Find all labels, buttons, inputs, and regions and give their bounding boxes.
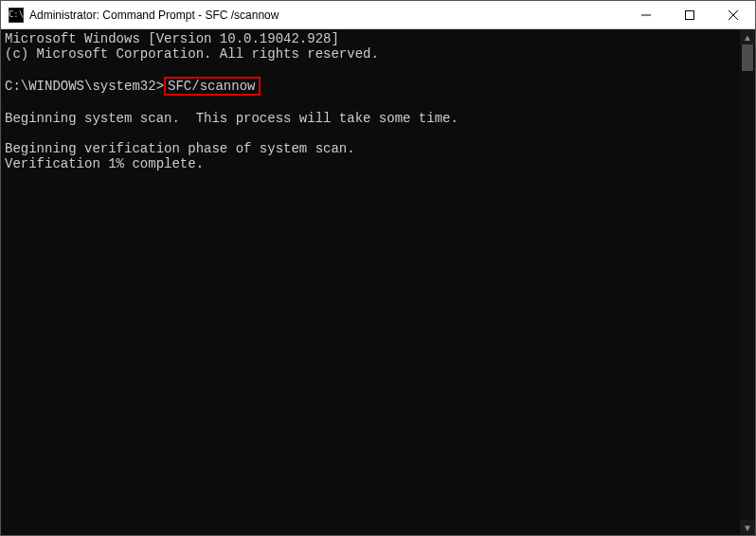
app-cmd-icon: C:\: [9, 8, 24, 23]
client-area: Microsoft Windows [Version 10.0.19042.92…: [1, 29, 755, 535]
console-output[interactable]: Microsoft Windows [Version 10.0.19042.92…: [1, 29, 740, 535]
scroll-down-icon[interactable]: ▼: [740, 520, 755, 535]
window-title: Administrator: Command Prompt - SFC /sca…: [29, 9, 624, 22]
svg-rect-1: [686, 10, 694, 19]
console-line: (c) Microsoft Corporation. All rights re…: [5, 46, 379, 62]
console-line: Beginning system scan. This process will…: [5, 111, 459, 126]
typed-command: SFC/scannow: [168, 79, 255, 94]
console-prompt: C:\WINDOWS\system32>: [5, 79, 164, 94]
minimize-icon: [641, 10, 651, 20]
vertical-scrollbar[interactable]: ▲ ▼: [740, 29, 755, 535]
command-highlight: SFC/scannow: [164, 77, 261, 96]
scroll-thumb[interactable]: [742, 45, 753, 71]
maximize-button[interactable]: [668, 1, 711, 28]
close-icon: [729, 10, 738, 20]
scroll-track[interactable]: [740, 45, 755, 520]
minimize-button[interactable]: [624, 1, 668, 28]
console-line: Verification 1% complete.: [5, 156, 204, 171]
scroll-up-icon[interactable]: ▲: [740, 29, 755, 45]
window-controls: [624, 1, 755, 28]
console-line: Beginning verification phase of system s…: [5, 141, 355, 156]
titlebar[interactable]: C:\ Administrator: Command Prompt - SFC …: [1, 1, 755, 29]
maximize-icon: [685, 10, 694, 20]
command-prompt-window: C:\ Administrator: Command Prompt - SFC …: [0, 0, 756, 536]
close-button[interactable]: [711, 1, 755, 28]
console-line: Microsoft Windows [Version 10.0.19042.92…: [5, 31, 339, 46]
